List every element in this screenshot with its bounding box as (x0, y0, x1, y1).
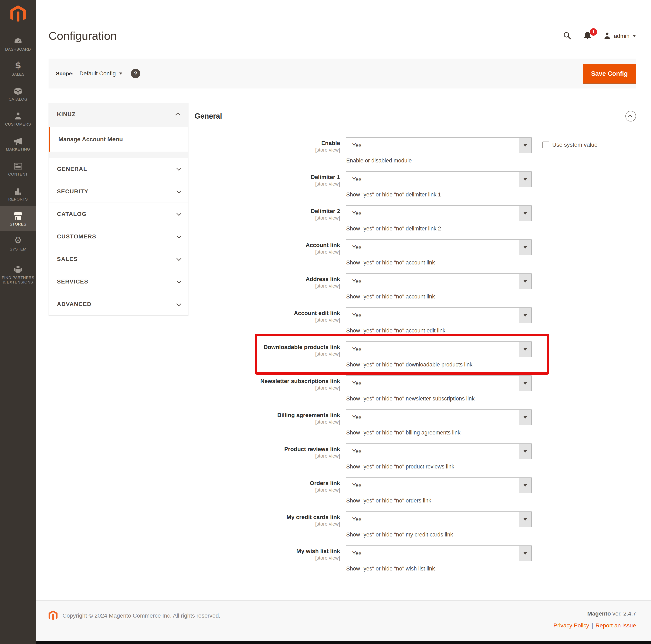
field-control-column: Yes Show "yes" or hide "no" delimiter li… (346, 206, 532, 232)
config-nav-group-kinuz[interactable]: KINUZ (49, 103, 188, 126)
admin-menu[interactable]: admin (603, 32, 636, 40)
select-arrow-button[interactable] (519, 206, 531, 221)
field-label: Delimiter 1 (195, 174, 340, 181)
field-select[interactable]: Yes (346, 512, 532, 527)
select-arrow-button[interactable] (519, 478, 531, 493)
scope-switcher[interactable]: Default Config (80, 70, 122, 77)
field-comment: Show "yes" or hide "no" delimiter link 2 (346, 225, 532, 232)
sidebar-item-sales[interactable]: $ SALES (0, 56, 36, 81)
search-button[interactable] (563, 31, 572, 41)
field-select[interactable]: Yes (346, 240, 532, 255)
content-row: KINUZ Manage Account Menu GENERAL SECURI… (49, 103, 636, 580)
field-label-column: Delimiter 2 [store view] (195, 206, 340, 232)
chevron-up-icon (175, 113, 180, 117)
field-select-value: Yes (346, 482, 362, 489)
field-label-column: Address link [store view] (195, 273, 340, 300)
field-label: Newsletter subscriptions link (195, 377, 340, 385)
field-comment: Show "yes" or hide "no" product reviews … (346, 463, 532, 470)
bottom-bar (36, 641, 651, 644)
field-label: Address link (195, 276, 340, 283)
header-actions: 1 admin (563, 31, 636, 41)
sidebar-item-system[interactable]: ⚙ SYSTEM (0, 231, 36, 256)
collapse-section-button[interactable] (625, 111, 636, 121)
field-scope: [store view] (195, 419, 340, 425)
sidebar-item-dashboard[interactable]: DASHBOARD (0, 31, 36, 56)
config-nav-section-label: CATALOG (57, 211, 87, 217)
dropdown-triangle-icon (523, 178, 527, 181)
field-scope: [store view] (195, 555, 340, 561)
field-select[interactable]: Yes (346, 137, 532, 153)
field-select[interactable]: Yes (346, 409, 532, 425)
field-select-value: Yes (346, 448, 362, 455)
config-nav-section-catalog[interactable]: CATALOG (49, 203, 188, 225)
select-arrow-button[interactable] (519, 546, 531, 561)
field-select[interactable]: Yes (346, 478, 532, 493)
field-control-column: Yes Show "yes" or hide "no" wish list li… (346, 546, 532, 572)
sidebar-item-reports[interactable]: REPORTS (0, 181, 36, 206)
field-scope: [store view] (195, 487, 340, 493)
select-arrow-button[interactable] (519, 240, 531, 255)
field-select[interactable]: Yes (346, 273, 532, 289)
select-arrow-button[interactable] (519, 512, 531, 527)
field-select[interactable]: Yes (346, 375, 532, 391)
config-nav-section-general[interactable]: GENERAL (49, 158, 188, 180)
footer: Copyright © 2024 Magento Commerce Inc. A… (36, 601, 651, 641)
field-select-value: Yes (346, 210, 362, 216)
field-label-column: Billing agreements link [store view] (195, 409, 340, 436)
sidebar-item-find-partners[interactable]: FIND PARTNERS & EXTENSIONS (0, 259, 36, 290)
sidebar-item-catalog[interactable]: CATALOG (0, 81, 36, 106)
field-select[interactable]: Yes (346, 341, 532, 357)
config-nav-section-advanced[interactable]: ADVANCED (49, 293, 188, 315)
config-nav-item-manage-account-menu[interactable]: Manage Account Menu (49, 127, 188, 152)
sidebar-item-stores[interactable]: STORES (0, 206, 36, 231)
field-control-column: Yes Show "yes" or hide "no" account edit… (346, 307, 532, 334)
config-nav-section-security[interactable]: SECURITY (49, 180, 188, 203)
privacy-policy-link[interactable]: Privacy Policy (554, 622, 589, 628)
form-field-row-billing-agreements-link: Billing agreements link [store view] Yes… (195, 409, 636, 436)
save-config-button[interactable]: Save Config (583, 64, 636, 84)
sidebar-item-content[interactable]: CONTENT (0, 156, 36, 181)
select-arrow-button[interactable] (519, 410, 531, 425)
select-arrow-button[interactable] (519, 274, 531, 289)
report-issue-link[interactable]: Report an Issue (595, 622, 636, 628)
sidebar-item-label: STORES (10, 222, 26, 226)
form-field-row-newsletter-subscriptions-link: Newsletter subscriptions link [store vie… (195, 375, 636, 402)
field-control-column: Yes Show "yes" or hide "no" orders link (346, 478, 532, 504)
field-label-column: Downloadable products link [store view] (195, 341, 340, 368)
select-arrow-button[interactable] (519, 172, 531, 187)
magento-logo[interactable] (0, 0, 36, 28)
field-select-value: Yes (346, 346, 362, 352)
field-label-column: Account link [store view] (195, 240, 340, 266)
scope-help-button[interactable]: ? (131, 69, 140, 78)
config-nav-section-label: SECURITY (57, 188, 89, 195)
select-arrow-button[interactable] (519, 137, 531, 153)
field-comment: Show "yes" or hide "no" orders link (346, 497, 532, 504)
config-nav-section-sales[interactable]: SALES (49, 248, 188, 270)
use-system-value-toggle[interactable]: Use system value (542, 142, 597, 148)
use-system-checkbox[interactable] (542, 142, 549, 148)
form-field-row-account-edit-link: Account edit link [store view] Yes Show … (195, 307, 636, 334)
config-nav-section-services[interactable]: SERVICES (49, 270, 188, 293)
field-select-value: Yes (346, 312, 362, 318)
notifications-button[interactable]: 1 (583, 31, 592, 41)
field-select[interactable]: Yes (346, 546, 532, 561)
sidebar-item-marketing[interactable]: MARKETING (0, 131, 36, 156)
select-arrow-button[interactable] (519, 444, 531, 459)
footer-left: Copyright © 2024 Magento Commerce Inc. A… (49, 610, 220, 621)
field-select[interactable]: Yes (346, 206, 532, 221)
field-comment: Show "yes" or hide "no" account link (346, 259, 532, 266)
sidebar-item-customers[interactable]: CUSTOMERS (0, 106, 36, 131)
select-arrow-button[interactable] (519, 308, 531, 323)
scope-label: Scope: (56, 70, 74, 77)
field-select[interactable]: Yes (346, 307, 532, 323)
footer-right: Magento ver. 2.4.7 Privacy Policy|Report… (554, 610, 636, 629)
select-arrow-button[interactable] (519, 342, 531, 357)
field-select-value: Yes (346, 176, 362, 183)
field-label: Account link (195, 242, 340, 249)
field-select[interactable]: Yes (346, 443, 532, 459)
chevron-down-icon (176, 188, 181, 193)
select-arrow-button[interactable] (519, 376, 531, 391)
field-comment: Show "yes" or hide "no" account edit lin… (346, 327, 532, 334)
field-select[interactable]: Yes (346, 172, 532, 187)
config-nav-section-customers[interactable]: CUSTOMERS (49, 225, 188, 248)
